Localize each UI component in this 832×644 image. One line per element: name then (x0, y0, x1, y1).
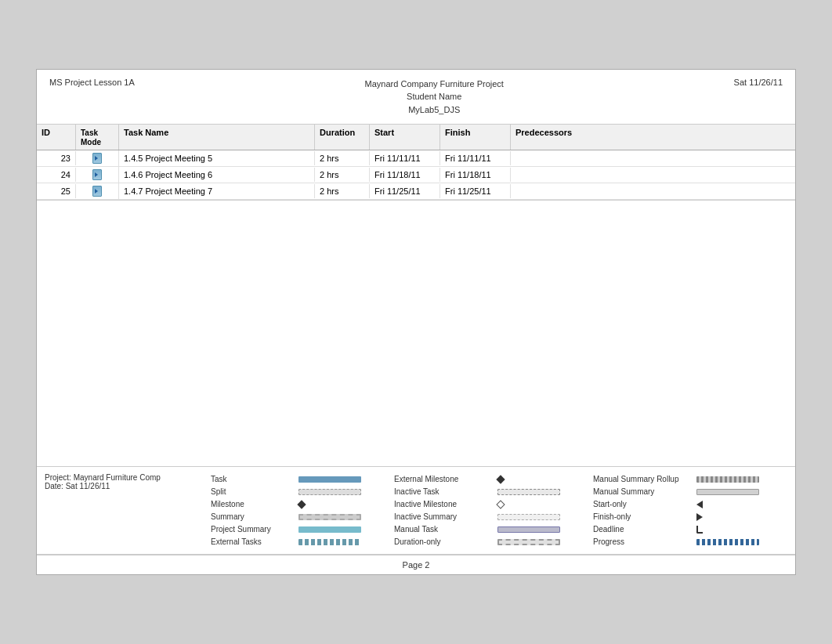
date: Sat 11/26/11 (734, 78, 783, 87)
legend-label-inactive-summary: Inactive Summary (391, 511, 493, 523)
manual-task-symbol (497, 526, 560, 533)
manual-summary-symbol (696, 489, 759, 495)
task-mode-icon (92, 153, 102, 164)
milestone-symbol (297, 500, 306, 508)
cell-finish-23: Fri 11/11/11 (440, 151, 511, 165)
col-header-predecessors: Predecessors (511, 125, 589, 150)
legend-sym-deadline (693, 523, 787, 535)
cell-mode-25 (76, 183, 119, 199)
main-container: MS Project Lesson 1A Maynard Company Fur… (36, 69, 796, 576)
cell-id-24: 24 (37, 168, 76, 182)
cell-dur-25: 2 hrs (315, 184, 370, 198)
summary-symbol (298, 514, 361, 520)
page-number: Page 2 (37, 555, 795, 574)
legend-sym-task (295, 473, 389, 485)
start-only-symbol (696, 501, 703, 508)
legend-sym-finish-only (693, 511, 787, 523)
legend-label-split: Split (208, 486, 294, 497)
deadline-symbol (696, 526, 703, 534)
external-tasks-symbol (298, 539, 361, 545)
cell-finish-25: Fri 11/25/11 (440, 184, 511, 198)
legend-sym-project-summary (295, 523, 389, 535)
cell-id-23: 23 (37, 151, 76, 165)
empty-gantt-area (37, 201, 795, 467)
cell-name-23: 1.4.5 Project Meeting 5 (119, 151, 315, 165)
legend-sym-manual-summary (693, 486, 787, 497)
col-header-id: ID (37, 125, 76, 150)
legend-label-inactive-milestone: Inactive Milestone (391, 498, 493, 510)
legend-sym-inactive-task (494, 486, 588, 497)
split-symbol (298, 489, 361, 495)
cell-finish-24: Fri 11/18/11 (440, 168, 511, 182)
cell-pred-23 (511, 156, 589, 161)
cell-dur-24: 2 hrs (315, 168, 370, 182)
header-center: Maynard Company Furniture Project Studen… (365, 78, 504, 117)
legend-sym-split (295, 486, 389, 497)
legend-sym-manual-task (494, 523, 588, 535)
table-area: ID TaskMode Task Name Duration Start Fin… (37, 125, 795, 201)
legend-label-summary: Summary (208, 511, 294, 523)
table-row: 23 1.4.5 Project Meeting 5 2 hrs Fri 11/… (37, 150, 795, 167)
legend-sym-milestone (295, 498, 389, 510)
header: MS Project Lesson 1A Maynard Company Fur… (37, 70, 795, 125)
cell-start-24: Fri 11/18/11 (370, 168, 440, 182)
duration-only-symbol (497, 539, 560, 545)
inactive-summary-symbol (497, 514, 560, 520)
legend-label-task: Task (208, 473, 294, 485)
col-header-name: Task Name (119, 125, 315, 150)
col-header-duration: Duration (315, 125, 370, 150)
legend-label-manual-summary-rollup: Manual Summary Rollup (590, 473, 692, 485)
legend-project-info: Project: Maynard Furniture Comp Date: Sa… (45, 473, 208, 548)
legend-label-duration-only: Duration-only (391, 536, 493, 548)
cell-name-24: 1.4.6 Project Meeting 6 (119, 168, 315, 182)
legend-sym-ext-milestone (494, 473, 588, 485)
legend-label-manual-task: Manual Task (391, 523, 493, 535)
legend-sym-duration-only (494, 536, 588, 548)
project-info-line2: Date: Sat 11/26/11 (45, 482, 200, 490)
cell-start-23: Fri 11/11/11 (370, 151, 440, 165)
cell-start-25: Fri 11/25/11 (370, 184, 440, 198)
cell-mode-24 (76, 167, 119, 183)
manual-summary-rollup-symbol (696, 476, 759, 483)
legend-label-finish-only: Finish-only (590, 511, 692, 523)
cell-mode-23 (76, 150, 119, 166)
ext-milestone-symbol (496, 475, 505, 483)
progress-symbol (696, 539, 759, 545)
legend-sym-summary (295, 511, 389, 523)
legend-area: Project: Maynard Furniture Comp Date: Sa… (37, 467, 795, 555)
inactive-milestone-symbol (496, 500, 505, 508)
legend-label-manual-summary: Manual Summary (590, 486, 692, 497)
col-header-finish: Finish (440, 125, 511, 150)
header-right: Sat 11/26/11 (734, 78, 783, 87)
header-left: MS Project Lesson 1A (49, 78, 135, 87)
table-row: 24 1.4.6 Project Meeting 6 2 hrs Fri 11/… (37, 167, 795, 183)
project-summary-symbol (298, 526, 361, 533)
finish-only-symbol (696, 513, 703, 521)
task-symbol (298, 476, 361, 483)
cell-pred-25 (511, 189, 589, 194)
company-name: Maynard Company Furniture Project (365, 78, 504, 91)
legend-label-inactive-task: Inactive Task (391, 486, 493, 497)
legend-label-project-summary: Project Summary (208, 523, 294, 535)
table-row: 25 1.4.7 Project Meeting 7 2 hrs Fri 11/… (37, 183, 795, 200)
project-info-line1: Project: Maynard Furniture Comp (45, 473, 200, 482)
legend-sym-external-tasks (295, 536, 389, 548)
cell-pred-24 (511, 172, 589, 177)
project-lesson: MS Project Lesson 1A (49, 78, 135, 87)
col-header-start: Start (370, 125, 440, 150)
legend-label-deadline: Deadline (590, 523, 692, 535)
inactive-task-symbol (497, 489, 560, 495)
task-mode-icon (92, 169, 102, 180)
legend-label-progress: Progress (590, 536, 692, 548)
legend-sym-manual-summary-rollup (693, 473, 787, 485)
legend-label-start-only: Start-only (590, 498, 692, 510)
legend-sym-inactive-milestone (494, 498, 588, 510)
student-id: MyLab5_DJS (365, 103, 504, 117)
legend-label-external-tasks: External Tasks (208, 536, 294, 548)
cell-dur-23: 2 hrs (315, 151, 370, 165)
legend-sym-progress (693, 536, 787, 548)
legend-sym-inactive-summary (494, 511, 588, 523)
student-label: Student Name (365, 90, 504, 103)
cell-id-25: 25 (37, 184, 76, 198)
legend-grid: Task External Milestone Manual Summary R… (208, 473, 787, 548)
